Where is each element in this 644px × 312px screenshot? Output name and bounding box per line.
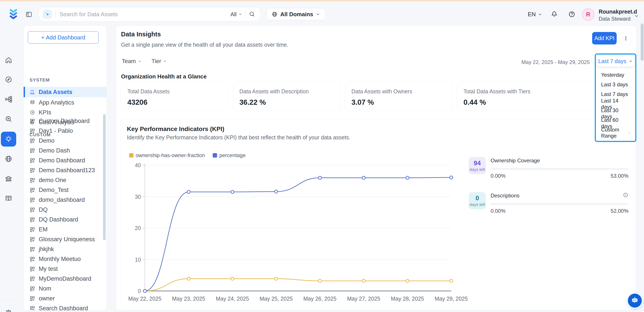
sidebar-item-custom-dashboard[interactable]: My test [24, 264, 106, 274]
sidebar-item-custom-dashboard[interactable]: DQ Dashboard [24, 215, 106, 225]
sidebar-item-custom-dashboard[interactable]: Demo Dashboard123 [24, 166, 106, 175]
legend-item[interactable]: ownership-has-owner-fraction [129, 152, 205, 159]
time-range-option-label: Custom Range [601, 127, 628, 139]
svg-text:10: 10 [135, 257, 141, 263]
sidebar-item-custom-dashboard[interactable]: Demo Dash [24, 146, 106, 155]
tier-filter-label: Tier [152, 58, 161, 65]
page-scrollbar-thumb[interactable] [641, 24, 644, 61]
avatar[interactable]: R [582, 8, 594, 21]
sidebar-item-label: jhkjhk [39, 246, 54, 253]
sidebar-item-custom-dashboard[interactable]: Demo_Test [24, 185, 106, 195]
sidebar-item-app-analytics[interactable]: App Analytics [24, 97, 106, 108]
time-range-option[interactable]: Last 3 days [596, 80, 635, 89]
days-left-value: 94 [474, 160, 481, 167]
sidebar-item-data-assets[interactable]: Data Assets [24, 87, 106, 97]
explore-compass-icon[interactable] [4, 76, 12, 83]
domains-globe-icon[interactable] [4, 155, 12, 163]
sidebar-item-custom-dashboard[interactable]: EM [24, 225, 106, 234]
sidebar-collapse-icon[interactable] [26, 11, 32, 18]
progress-values: 0.00% 53.00% [490, 173, 628, 179]
search-input[interactable] [60, 11, 227, 18]
legend-item[interactable]: percentage [213, 152, 246, 159]
database-icon [30, 100, 35, 105]
sidebar-item-custom-dashboard[interactable]: DQ [24, 205, 106, 215]
kebab-menu-icon [623, 36, 629, 41]
help-icon[interactable] [568, 11, 576, 18]
sidebar-item-custom-dashboard[interactable]: jhkjhk [24, 244, 106, 254]
team-filter[interactable]: Team [122, 58, 142, 65]
dashboard-add-icon [30, 266, 35, 272]
dashboard-add-icon [30, 246, 35, 252]
search-scope-dropdown[interactable]: All [227, 11, 245, 18]
kpi-progress-widget: 94 days left Ownership Coverage 0.00% 53… [469, 157, 628, 179]
sidebar-scrollbar-thumb[interactable] [103, 114, 106, 240]
dashboard-add-icon [30, 118, 35, 124]
sidebar-item-custom-dashboard[interactable]: Glossary Uniqueness [24, 234, 106, 244]
info-icon[interactable] [623, 192, 628, 198]
global-search[interactable]: All [39, 7, 260, 21]
sidebar-item-custom-dashboard[interactable]: Search Dashboard [24, 303, 106, 310]
glossary-book-icon[interactable] [4, 194, 12, 202]
time-range-dropdown: Last 7 days Yesterday Last 3 days Last 7… [595, 54, 636, 142]
time-range-option[interactable]: Custom Range [596, 128, 635, 138]
dashboard-add-icon [30, 207, 35, 213]
chevron-down-icon [538, 12, 542, 17]
chat-assistant-button[interactable] [628, 293, 642, 307]
home-icon[interactable] [4, 56, 12, 64]
sidebar-item-custom-dashboard[interactable]: Custom Dashboard [24, 116, 106, 126]
domains-selector[interactable]: All Domains [266, 8, 325, 20]
sidebar-item-label: Glossary Uniqueness [39, 236, 95, 243]
search-scope-label: All [230, 11, 236, 18]
notifications-bell-icon[interactable] [550, 11, 558, 18]
sidebar-item-custom-dashboard[interactable]: owner [24, 293, 106, 303]
settings-gear-icon[interactable] [4, 309, 12, 312]
observability-search-icon[interactable] [4, 115, 12, 123]
svg-text:May 28, 2025: May 28, 2025 [391, 295, 424, 302]
days-left-label: days left [470, 202, 485, 207]
app-header: All All Domains EN R Rounakpreet.d Data … [0, 1, 644, 26]
add-dashboard-button[interactable]: + Add Dashboard [28, 31, 99, 44]
dashboards-sidebar: + Add Dashboard SYSTEM Data Assets App A… [24, 26, 107, 310]
more-options-button[interactable] [620, 32, 632, 45]
sidebar-item-custom-dashboard[interactable]: Nom [24, 284, 106, 293]
sidebar-item-custom-dashboard[interactable]: Day1 - Pablo [24, 126, 106, 136]
dashboard-add-icon [30, 128, 35, 134]
svg-text:May 22, 2025: May 22, 2025 [128, 295, 162, 302]
tier-filter[interactable]: Tier [152, 58, 167, 65]
date-range-label: May 22, 2025 - May 29, 2025 [522, 59, 590, 65]
insights-nav-active[interactable] [1, 132, 16, 146]
ai-sparkle-icon[interactable] [43, 10, 52, 19]
add-kpi-button[interactable]: Add KPI [592, 32, 617, 45]
sidebar-item-custom-dashboard[interactable]: Demo [24, 136, 106, 146]
progress-values: 0.00% 52.00% [490, 208, 628, 214]
user-menu[interactable]: Rounakpreet.d Data Steward [599, 9, 632, 22]
summary-card-label: Data Assets with Owners [352, 88, 445, 95]
time-range-option[interactable]: Yesterday [596, 70, 635, 80]
domains-label: All Domains [280, 11, 313, 18]
sidebar-item-custom-dashboard[interactable]: Monthly Meetuo [24, 254, 106, 264]
sidebar-item-custom-dashboard[interactable]: MyDemoDashboard [24, 274, 106, 284]
chevron-down-icon[interactable] [634, 14, 639, 19]
sidebar-item-label: Demo Dashboard [39, 157, 85, 164]
kpi-section: Key Performance Indicators (KPI) Identif… [120, 119, 635, 310]
language-selector[interactable]: EN [528, 11, 542, 18]
sidebar-item-custom-dashboard[interactable]: Demo Dashboard [24, 155, 106, 166]
sidebar-item-label: KPIs [39, 109, 51, 116]
sidebar-item-custom-dashboard[interactable]: demo One [24, 175, 106, 185]
dashboard-add-icon [30, 256, 35, 262]
time-range-option-label: Last 7 days [601, 91, 628, 97]
time-range-trigger[interactable]: Last 7 days [597, 56, 634, 67]
search-icon[interactable] [249, 11, 255, 18]
lineage-sitemap-icon[interactable] [4, 95, 12, 103]
page-title: Data Insights [121, 31, 161, 38]
custom-dashboard-list: Custom Dashboard Day1 - Pablo Demo Demo … [24, 116, 106, 310]
days-left-badge: 94 days left [469, 157, 486, 174]
chevron-down-icon [628, 59, 633, 63]
sidebar-item-label: Custom Dashboard [39, 118, 90, 124]
governance-bank-icon[interactable] [4, 175, 12, 183]
kpi-line-chart: 010203040May 22, 2025May 23, 2025May 24,… [125, 162, 458, 311]
sidebar-item-custom-dashboard[interactable]: domo_dashboard [24, 195, 106, 205]
app-logo[interactable] [9, 8, 18, 21]
dashboard-add-icon [30, 178, 35, 183]
dashboard-add-icon [30, 168, 35, 173]
